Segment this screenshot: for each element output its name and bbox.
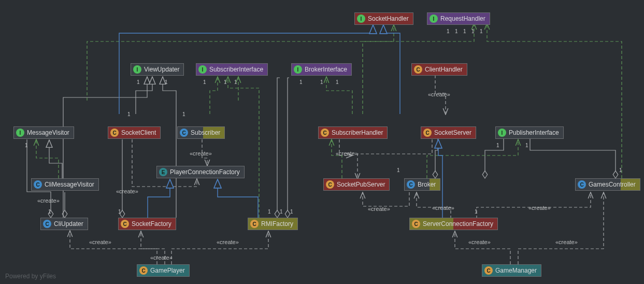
node-GameManager[interactable]: C GameManager bbox=[482, 264, 541, 277]
interface-icon: I bbox=[430, 15, 438, 23]
class-icon: C bbox=[139, 266, 148, 275]
node-Broker[interactable]: C Broker bbox=[404, 178, 440, 191]
node-label: ViewUpdater bbox=[144, 66, 179, 73]
node-ViewUpdater[interactable]: I ViewUpdater bbox=[131, 63, 184, 76]
node-label: SocketClient bbox=[121, 129, 156, 136]
class-icon: C bbox=[484, 266, 493, 275]
node-label: RequestHandler bbox=[440, 15, 485, 22]
stereo-create: «create» bbox=[217, 239, 239, 245]
mult: 1 bbox=[496, 143, 499, 148]
node-label: PublisherInterface bbox=[509, 129, 559, 136]
mult: 1 bbox=[182, 111, 185, 117]
node-label: SubscriberHandler bbox=[332, 129, 383, 136]
node-SocketFactory[interactable]: C SocketFactory bbox=[118, 218, 176, 230]
node-PlayerConnectionFactory[interactable]: E PlayerConnectionFactory bbox=[156, 166, 245, 178]
mult: 1 bbox=[25, 143, 28, 148]
stereo-create: «create» bbox=[116, 188, 138, 194]
node-ClientHandler[interactable]: C ClientHandler bbox=[411, 63, 467, 76]
node-SocketPubServer[interactable]: C SocketPubServer bbox=[323, 178, 390, 191]
node-label: SocketPubServer bbox=[337, 181, 385, 188]
node-label: CliUpdater bbox=[54, 220, 83, 228]
node-PublisherInterface[interactable]: I PublisherInterface bbox=[495, 126, 564, 139]
node-BrokerInterface[interactable]: I BrokerInterface bbox=[291, 63, 352, 76]
interface-icon: I bbox=[198, 65, 207, 74]
class-icon: C bbox=[412, 220, 420, 228]
class-icon: C bbox=[180, 129, 188, 137]
node-RequestHandler[interactable]: I RequestHandler bbox=[427, 12, 490, 25]
mult: 1 bbox=[137, 79, 140, 85]
mult: 1 bbox=[290, 209, 293, 215]
mult: 1 bbox=[336, 79, 339, 85]
node-GamesController[interactable]: C GamesController bbox=[575, 178, 640, 191]
mult: 1 bbox=[455, 29, 458, 34]
mult: 1 bbox=[118, 209, 121, 215]
node-SocketClient[interactable]: C SocketClient bbox=[108, 126, 161, 139]
class-icon: C bbox=[121, 220, 129, 228]
class-icon: C bbox=[414, 65, 422, 74]
stereo-create: «create» bbox=[528, 205, 551, 211]
interface-icon: I bbox=[16, 129, 24, 137]
node-label: RMIFactory bbox=[261, 220, 293, 228]
node-SocketServer[interactable]: C SocketServer bbox=[421, 126, 476, 139]
interface-icon: I bbox=[294, 65, 302, 74]
mult: 1 bbox=[320, 79, 323, 85]
node-CliUpdater[interactable]: C CliUpdater bbox=[40, 218, 88, 230]
mult: 1 bbox=[280, 209, 283, 215]
mult: 1 bbox=[268, 209, 271, 215]
mult: 1 bbox=[203, 79, 206, 85]
node-label: SocketServer bbox=[434, 129, 471, 136]
class-icon: C bbox=[407, 180, 415, 189]
node-label: CliMessageVisitor bbox=[45, 181, 94, 188]
node-SubscriberHandler[interactable]: C SubscriberHandler bbox=[318, 126, 388, 139]
node-label: GamePlayer bbox=[150, 267, 185, 274]
stereo-create: «create» bbox=[428, 91, 450, 97]
class-icon: C bbox=[326, 180, 334, 189]
stereo-create: «create» bbox=[432, 205, 454, 211]
node-GamePlayer[interactable]: C GamePlayer bbox=[137, 264, 190, 277]
node-label: MessageVisitor bbox=[27, 129, 69, 136]
interface-icon: I bbox=[498, 129, 506, 137]
mult: 1 bbox=[447, 29, 450, 34]
mult: 1 bbox=[619, 167, 622, 173]
mult: 1 bbox=[397, 167, 400, 173]
stereo-create: «create» bbox=[150, 254, 173, 261]
mult: 1 bbox=[471, 29, 475, 34]
node-label: GameManager bbox=[495, 267, 537, 274]
mult: 1 bbox=[224, 79, 227, 85]
node-SubscriberInterface[interactable]: I SubscriberInterface bbox=[196, 63, 268, 76]
class-icon: C bbox=[250, 220, 259, 228]
node-label: ServerConnectionFactory bbox=[423, 220, 493, 228]
enum-icon: E bbox=[159, 168, 167, 176]
mult: 1 bbox=[48, 209, 51, 215]
class-icon: C bbox=[43, 220, 51, 228]
node-label: BrokerInterface bbox=[305, 66, 347, 73]
class-icon: C bbox=[34, 180, 42, 189]
stereo-create: «create» bbox=[336, 150, 358, 157]
stereo-create: «create» bbox=[468, 239, 491, 245]
stereo-create: «create» bbox=[89, 239, 111, 245]
mult: 1 bbox=[299, 79, 303, 85]
node-ServerConnectionFactory[interactable]: C ServerConnectionFactory bbox=[409, 218, 498, 230]
stereo-create: «create» bbox=[190, 150, 212, 157]
class-icon: C bbox=[423, 129, 432, 137]
mult: 1 bbox=[480, 29, 483, 34]
mult: 1 bbox=[165, 79, 168, 85]
node-label: SocketHandler bbox=[368, 15, 409, 22]
mult: 1 bbox=[463, 29, 466, 34]
node-SocketHandler[interactable]: I SocketHandler bbox=[354, 12, 413, 25]
node-label: GamesController bbox=[589, 181, 636, 188]
interface-icon: I bbox=[133, 65, 141, 74]
footer-credit: Powered by yFiles bbox=[5, 273, 56, 280]
mult: 1 bbox=[475, 209, 478, 215]
node-MessageVisitor[interactable]: I MessageVisitor bbox=[13, 126, 74, 139]
class-icon: C bbox=[110, 129, 119, 137]
mult: 1 bbox=[234, 79, 237, 85]
node-CliMessageVisitor[interactable]: C CliMessageVisitor bbox=[31, 178, 99, 191]
class-icon: C bbox=[578, 180, 586, 189]
node-label: Subscriber bbox=[191, 129, 220, 136]
node-RMIFactory[interactable]: C RMIFactory bbox=[248, 218, 298, 230]
node-label: Broker bbox=[418, 181, 436, 188]
stereo-create: «create» bbox=[37, 197, 60, 204]
node-label: SocketFactory bbox=[132, 220, 171, 228]
node-Subscriber[interactable]: C Subscriber bbox=[177, 126, 225, 139]
